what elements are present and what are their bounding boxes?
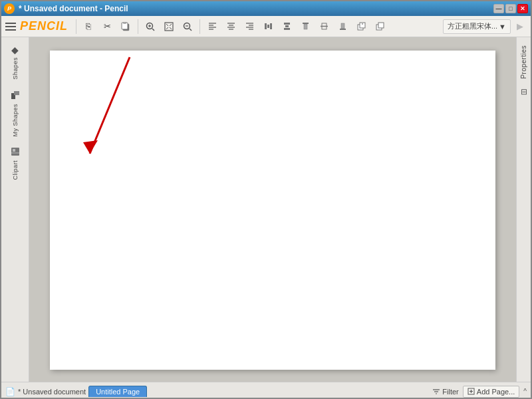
clipart-label: Clipart <box>12 160 19 180</box>
order-up-button[interactable] <box>353 19 369 35</box>
minimize-button[interactable]: — <box>493 4 504 13</box>
red-arrow-annotation <box>57 51 163 184</box>
add-page-button[interactable]: Add Page... <box>463 386 520 398</box>
svg-rect-29 <box>270 23 272 29</box>
title-bar-left: P * Unsaved document - Pencil <box>4 3 128 14</box>
zoom-out-button[interactable] <box>180 19 196 35</box>
svg-rect-37 <box>340 29 346 30</box>
align-left-button[interactable] <box>204 19 220 35</box>
align-center-button[interactable] <box>223 19 239 35</box>
window-controls[interactable]: — □ ✕ <box>493 4 528 13</box>
chevron-up-button[interactable]: ^ <box>523 388 527 395</box>
filter-label: Filter <box>442 388 458 396</box>
add-page-label: Add Page... <box>477 388 515 396</box>
svg-line-11 <box>170 27 172 29</box>
svg-rect-43 <box>378 23 384 28</box>
svg-rect-31 <box>285 25 289 27</box>
my-shapes-label: My Shapes <box>12 104 19 137</box>
chevron-down-icon: ▼ <box>499 23 506 31</box>
right-sidebar: Properties ⊟ <box>516 37 531 382</box>
distribute-h-button[interactable] <box>260 19 276 35</box>
toolbar: PENCIL ⎘ ✂ <box>1 16 531 37</box>
sidebar-item-my-shapes[interactable]: My Shapes <box>3 86 28 142</box>
copy-button[interactable]: ⎘ <box>80 19 96 35</box>
svg-rect-28 <box>267 25 269 28</box>
toolbar-separator-1 <box>76 19 76 34</box>
sidebar-item-shapes[interactable]: ◆ Shapes <box>3 40 28 84</box>
cut-button[interactable]: ✂ <box>99 19 115 35</box>
shapes-icon: ◆ <box>11 45 19 55</box>
app-logo: PENCIL <box>20 19 68 33</box>
close-button[interactable]: ✕ <box>517 4 528 13</box>
svg-rect-30 <box>284 23 290 25</box>
clipart-icon <box>11 147 20 158</box>
svg-line-13 <box>190 29 192 31</box>
svg-line-49 <box>90 57 130 154</box>
align-bottom-button[interactable] <box>334 19 350 35</box>
page-tab[interactable]: Untitled Page <box>88 386 147 397</box>
main-layout: ◆ Shapes My Shapes Clipart <box>1 37 531 382</box>
maximize-button[interactable]: □ <box>505 4 516 13</box>
ham-line-1 <box>5 23 16 24</box>
svg-rect-45 <box>14 91 19 95</box>
left-sidebar: ◆ Shapes My Shapes Clipart <box>1 37 29 382</box>
align-top-button[interactable] <box>297 19 313 35</box>
svg-line-8 <box>166 24 168 26</box>
svg-rect-2 <box>124 22 126 24</box>
align-middle-button[interactable] <box>316 19 332 35</box>
toolbar-right: 方正粗黑宋体... ▼ ▶ <box>443 19 528 35</box>
add-page-icon <box>467 388 475 395</box>
more-button[interactable]: ▶ <box>512 19 528 35</box>
svg-line-10 <box>166 27 168 29</box>
app-icon: P <box>4 3 15 14</box>
ham-line-2 <box>5 26 16 27</box>
fit-button[interactable] <box>161 19 177 35</box>
menu-button[interactable] <box>4 20 17 33</box>
align-right-button[interactable] <box>241 19 257 35</box>
shapes-label: Shapes <box>12 57 19 80</box>
page-canvas <box>50 51 495 370</box>
svg-rect-47 <box>13 149 15 152</box>
zoom-in-button[interactable] <box>142 19 158 35</box>
my-shapes-icon <box>11 90 20 102</box>
svg-line-4 <box>152 29 154 31</box>
svg-rect-38 <box>341 23 344 29</box>
document-name: * Unsaved document <box>18 388 86 396</box>
properties-icon: ⊟ <box>521 87 527 96</box>
svg-marker-50 <box>83 140 98 154</box>
bottom-right: Filter Add Page... ^ <box>432 386 527 398</box>
ham-line-3 <box>5 29 16 31</box>
font-dropdown[interactable]: 方正粗黑宋体... ▼ <box>443 19 511 34</box>
properties-tab[interactable]: Properties <box>519 40 529 84</box>
order-down-button[interactable] <box>372 19 388 35</box>
svg-rect-7 <box>165 23 173 31</box>
filter-button[interactable]: Filter <box>432 388 458 396</box>
toolbar-separator-3 <box>200 19 200 34</box>
svg-line-9 <box>170 24 172 26</box>
bottom-bar: 📄 * Unsaved document Untitled Page Filte… <box>1 382 531 399</box>
svg-rect-27 <box>265 23 267 29</box>
paste-button[interactable] <box>118 19 134 35</box>
canvas-area[interactable] <box>29 37 516 382</box>
sidebar-item-clipart[interactable]: Clipart <box>3 142 28 185</box>
filter-icon <box>432 388 440 396</box>
font-name: 方正粗黑宋体... <box>448 21 497 31</box>
svg-rect-33 <box>303 23 309 24</box>
svg-rect-34 <box>304 24 307 29</box>
distribute-v-button[interactable] <box>279 19 295 35</box>
toolbar-separator-2 <box>138 19 138 34</box>
svg-rect-32 <box>284 28 290 30</box>
window-title: * Unsaved document - Pencil <box>19 4 128 13</box>
title-bar: P * Unsaved document - Pencil — □ ✕ <box>1 1 531 16</box>
document-icon: 📄 <box>5 387 15 396</box>
